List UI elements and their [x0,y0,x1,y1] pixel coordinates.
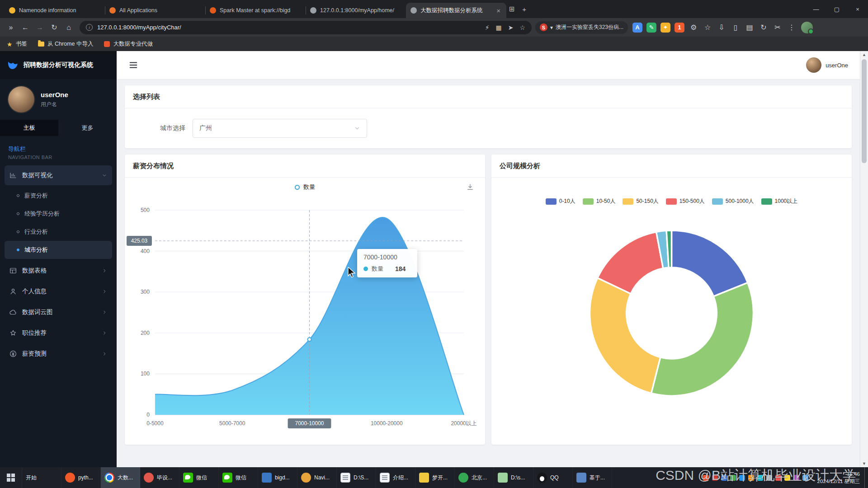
donut-slice-10-50人[interactable] [651,283,753,396]
pie-legend-item-1000以上[interactable]: 1000以上 [761,197,798,205]
orange-tray-icon[interactable] [748,475,754,481]
blue-tray-icon[interactable] [739,475,745,481]
pie-legend-item-10-50人[interactable]: 10-50人 [583,197,616,205]
back-button[interactable]: ← [18,20,33,35]
adblock-ext-icon[interactable]: 1 [675,23,684,33]
taskbar-item-基于...[interactable]: 基于... [573,467,612,488]
bookmark-item[interactable]: 从 Chrome 中导入 [38,40,93,48]
download-chart-icon[interactable] [466,183,474,191]
extension-caret-icon[interactable]: ▾ [550,24,553,31]
sidebar-subitem-薪资分析[interactable]: 薪资分析 [5,187,112,205]
collapse-sidebar-button[interactable] [128,60,138,70]
downloads-icon[interactable]: ⇩ [717,23,726,33]
taskbar-item-毕设...[interactable]: 毕设... [140,467,179,488]
red-tray-icon[interactable] [775,475,781,481]
browser-tab[interactable]: Spark Master at spark://bigd [205,3,306,18]
gray-tray-icon[interactable] [766,475,772,481]
scrollbar-thumb[interactable] [862,59,867,163]
start-button[interactable] [0,467,22,488]
taskbar-item-梦开...[interactable]: 梦开... [415,467,455,488]
device-icon[interactable]: ▯ [731,23,741,33]
sidebar-tab-主板[interactable]: 主板 [0,120,58,136]
taskbar-item-D:\S...[interactable]: D:\S... [337,467,376,488]
tab-close-icon[interactable]: × [495,7,502,14]
star-ext-icon[interactable]: ☆ [703,23,712,33]
sidebar-item-个人信息[interactable]: 个人信息 [5,282,112,301]
history-icon[interactable]: ↻ [759,23,769,33]
taskbar-item-大数...[interactable]: 大数... [101,467,140,488]
salary-area-chart[interactable]: 0100200300400500425.030-50005000-7000700… [125,196,485,441]
sidebar-subitem-经验学历分析[interactable]: 经验学历分析 [5,205,112,223]
teal-tray-icon[interactable] [757,475,763,481]
sidebar-item-数据词云图[interactable]: 数据词云图 [5,302,112,322]
tab-layout-icon[interactable]: ⊞ [509,5,515,13]
window-close-button[interactable]: × [847,0,868,18]
cloud-tray-icon[interactable] [802,475,808,481]
window-minimize-button[interactable]: — [806,0,826,18]
taskbar-item-D:\s...[interactable]: D:\s... [494,467,533,488]
tab-cards-icon[interactable]: ▤ [745,23,755,33]
donut-slice-50-150人[interactable] [590,278,660,393]
taskbar-start-label[interactable]: 开始 [22,467,61,488]
taskbar-item-bigd...[interactable]: bigd... [258,467,297,488]
pie-legend-item-500-1000人[interactable]: 500-1000人 [712,197,754,205]
taskbar-item-Navi...[interactable]: Navi... [297,467,337,488]
reader-mode-icon[interactable]: ▦ [495,24,501,31]
scissors-icon[interactable]: ✂ [773,23,783,33]
browser-tab[interactable]: Namenode information [5,3,105,18]
yellow-tray-icon[interactable] [784,475,790,481]
music-tray-icon[interactable] [712,475,718,481]
browser-tab[interactable]: 127.0.0.1:8000/myApp/home/ [306,3,406,18]
salary-chart-legend[interactable]: 数量 [125,183,485,191]
sidebar-user-avatar[interactable] [8,86,34,113]
shield-tray-icon[interactable] [721,475,727,481]
lightning-icon[interactable]: ⚡ [485,24,490,31]
header-user[interactable]: userOne [806,57,848,73]
pie-legend-item-150-500人[interactable]: 150-500人 [666,197,705,205]
forward-button[interactable]: → [33,20,47,35]
taskbar-item-微信[interactable]: 微信 [179,467,219,488]
site-info-icon[interactable]: i [86,24,93,31]
browser-tab[interactable]: 大数据招聘数据分析系统× [406,3,506,18]
new-tab-button[interactable]: + [519,3,530,15]
csdn-tray-icon[interactable] [703,475,709,481]
browser-profile-avatar[interactable] [801,22,813,33]
bookmark-item[interactable]: ★书签 [6,40,27,48]
taskbar-item-介绍...[interactable]: 介绍... [376,467,415,488]
pie-legend-item-0-10人[interactable]: 0-10人 [546,197,576,205]
taskbar-clock[interactable]: 16:46 2024/12/11 星期三 [813,467,864,488]
show-desktop-button[interactable] [864,467,868,488]
scrollbar-down-icon[interactable]: ▼ [862,460,866,467]
sidebar-item-职位推荐[interactable]: 职位推荐 [5,323,112,343]
taskbar-item-pyth...[interactable]: pyth... [61,467,101,488]
translate-icon[interactable]: A [632,23,642,33]
page-scrollbar[interactable]: ▲ ▼ [860,51,868,467]
extension-notification-pill[interactable]: S ▾ 澳洲一实验室丢失323份病... [535,21,628,34]
sidebar-subitem-行业分析[interactable]: 行业分析 [5,223,112,241]
scrollbar-up-icon[interactable]: ▲ [862,51,866,58]
pie-legend-item-50-150人[interactable]: 50-150人 [623,197,658,205]
sidebar-item-数据表格[interactable]: 数据表格 [5,261,112,281]
toolbar-overflow-icon[interactable]: » [4,20,18,35]
header-user-avatar[interactable] [806,57,821,73]
taskbar-item-北京...[interactable]: 北京... [455,467,494,488]
browser-tab[interactable]: All Applications [105,3,205,18]
reload-button[interactable]: ↻ [47,20,61,35]
puzzle-icon[interactable]: ⚙ [689,23,698,33]
company-scale-donut-chart[interactable] [491,178,852,441]
taskbar-item-微信[interactable]: 微信 [219,467,258,488]
green-tray-icon[interactable] [730,475,736,481]
sparkle-ext-icon[interactable]: ✦ [660,23,670,33]
url-text[interactable]: 127.0.0.1:8000/myApp/cityChar/ [97,24,485,31]
sidebar-item-数据可视化[interactable]: 数据可视化 [5,165,112,185]
city-select[interactable]: 广州 [193,119,367,138]
share-icon[interactable]: ➤ [508,24,514,31]
bookmark-star-icon[interactable]: ☆ [519,24,525,31]
home-button[interactable]: ⌂ [61,20,76,35]
sidebar-tab-更多[interactable]: 更多 [58,120,117,136]
sidebar-item-薪资预测[interactable]: 薪资预测 [5,344,112,364]
taskbar-item-QQ[interactable]: QQ [533,467,573,488]
bookmark-item[interactable]: 大数据专业代做 [104,40,153,48]
address-bar[interactable]: i 127.0.0.1:8000/myApp/cityChar/ ⚡▦➤☆ [80,21,532,34]
purple-tray-icon[interactable] [793,475,799,481]
